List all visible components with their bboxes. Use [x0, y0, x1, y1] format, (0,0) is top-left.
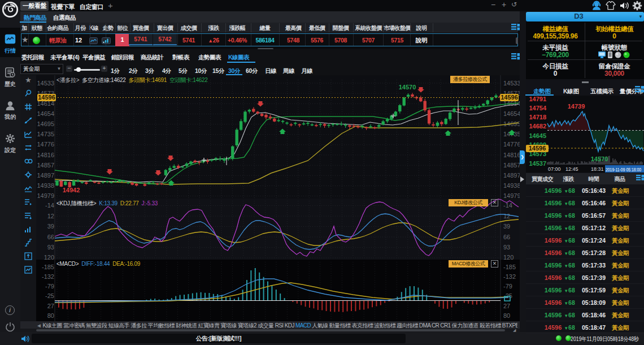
- svg-text:120: 120: [503, 254, 514, 260]
- svg-text:14570: 14570: [591, 156, 608, 162]
- svg-text:-14: -14: [503, 202, 512, 209]
- svg-text:120: 120: [44, 254, 54, 260]
- svg-text:-132: -132: [503, 273, 516, 280]
- svg-text:80: 80: [47, 312, 54, 319]
- svg-text:14776: 14776: [37, 141, 54, 148]
- svg-text:14857: 14857: [37, 162, 54, 169]
- svg-text:14735: 14735: [37, 131, 54, 137]
- svg-text:39: 39: [503, 223, 510, 230]
- svg-text:93: 93: [47, 244, 54, 251]
- svg-text:66: 66: [47, 234, 54, 240]
- svg-text:14816: 14816: [503, 152, 520, 158]
- svg-text:14938: 14938: [37, 182, 54, 189]
- svg-text:-132: -132: [42, 273, 54, 280]
- svg-text:14979: 14979: [37, 192, 54, 199]
- svg-text:-79: -79: [45, 283, 54, 290]
- svg-text:★: ★: [25, 76, 32, 84]
- svg-text:66: 66: [503, 234, 510, 240]
- svg-text:14938: 14938: [503, 182, 520, 189]
- svg-text:14682: 14682: [529, 123, 546, 130]
- svg-text:-14: -14: [45, 202, 54, 209]
- svg-text:14537: 14537: [529, 160, 546, 167]
- svg-text:14979: 14979: [503, 192, 520, 199]
- svg-text:14897: 14897: [503, 172, 520, 179]
- svg-text:14816: 14816: [37, 152, 54, 158]
- svg-text:14754: 14754: [529, 105, 546, 111]
- svg-text:-79: -79: [503, 283, 512, 290]
- svg-text:27: 27: [503, 303, 510, 309]
- svg-text:14645: 14645: [529, 132, 546, 139]
- svg-text:14857: 14857: [503, 162, 520, 169]
- svg-text:14718: 14718: [529, 114, 546, 120]
- svg-text:93: 93: [503, 244, 510, 251]
- svg-text:-185: -185: [503, 264, 516, 270]
- svg-text:14533: 14533: [503, 80, 520, 87]
- svg-text:12: 12: [47, 213, 54, 219]
- svg-text:80: 80: [503, 312, 510, 319]
- svg-text:39: 39: [47, 223, 54, 230]
- svg-text:14897: 14897: [37, 172, 54, 179]
- svg-text:14791: 14791: [529, 96, 546, 102]
- svg-text:14942: 14942: [63, 187, 80, 193]
- svg-text:14570: 14570: [399, 84, 416, 90]
- svg-text:14654: 14654: [37, 110, 54, 117]
- svg-text:14654: 14654: [503, 110, 520, 117]
- svg-text:14739: 14739: [568, 103, 585, 110]
- svg-text:14776: 14776: [503, 141, 520, 148]
- svg-text:14533: 14533: [37, 80, 54, 87]
- svg-text:14695: 14695: [37, 120, 54, 127]
- svg-text:-185: -185: [42, 264, 54, 270]
- svg-text:14596: 14596: [529, 145, 546, 152]
- svg-text:27: 27: [47, 303, 54, 309]
- svg-text:12: 12: [503, 213, 510, 219]
- svg-text:-25: -25: [45, 292, 54, 299]
